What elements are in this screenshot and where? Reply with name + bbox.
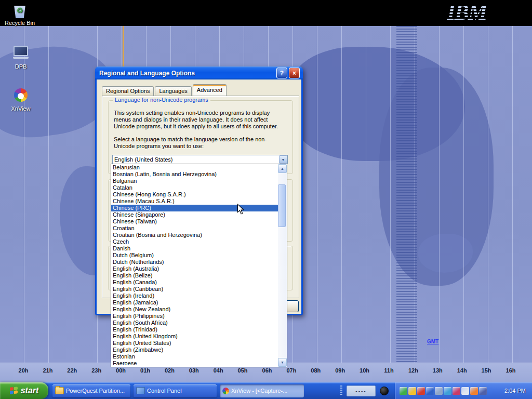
language-combobox[interactable]: English (United States) ▼ bbox=[112, 155, 288, 164]
language-list-item[interactable]: Faeroese bbox=[111, 360, 278, 367]
scroll-up-icon: ▲ bbox=[281, 167, 284, 170]
tray-icon-2[interactable] bbox=[408, 387, 416, 395]
hour-label: 21h bbox=[40, 367, 56, 374]
language-list-item[interactable]: Chinese (Macau S.A.R.) bbox=[111, 198, 278, 205]
hour-label: 13h bbox=[430, 367, 445, 374]
hour-label: 22h bbox=[64, 367, 80, 374]
scroll-up-button[interactable]: ▲ bbox=[278, 164, 287, 173]
mouse-cursor bbox=[237, 204, 244, 217]
tab-strip: Regional OptionsLanguagesAdvanced bbox=[102, 85, 228, 96]
language-list-item[interactable]: Danish bbox=[111, 245, 278, 252]
hour-label: 10h bbox=[357, 367, 373, 374]
hour-label: 07h bbox=[284, 367, 299, 374]
tray-icon-6[interactable] bbox=[444, 387, 451, 395]
language-list-item[interactable]: Croatian (Bosnia and Herzegovina) bbox=[111, 232, 278, 238]
scrollbar-track[interactable] bbox=[278, 173, 287, 358]
scroll-down-icon: ▼ bbox=[281, 361, 284, 364]
tray-icon-1[interactable] bbox=[400, 387, 407, 395]
tray-icon-3[interactable] bbox=[417, 387, 425, 395]
language-list-item[interactable]: Dutch (Belgium) bbox=[111, 252, 278, 259]
tab-advanced[interactable]: Advanced bbox=[193, 84, 227, 96]
gmt-label: GMT bbox=[427, 339, 438, 344]
language-list-item[interactable]: English (South Africa) bbox=[111, 320, 278, 326]
group-caption: Language for non-Unicode programs bbox=[113, 97, 210, 103]
windows-flag-icon bbox=[10, 387, 18, 395]
language-list: BelarusianBosnian (Latin, Bosnia and Her… bbox=[111, 164, 278, 367]
language-list-item[interactable]: Chinese (PRC) bbox=[111, 205, 278, 211]
start-label: start bbox=[21, 386, 39, 395]
tray-icon-7[interactable] bbox=[453, 387, 460, 395]
language-list-item[interactable]: English (United Kingdom) bbox=[111, 333, 278, 340]
language-list-item[interactable]: Chinese (Singapore) bbox=[111, 211, 278, 218]
time-marker-line bbox=[123, 26, 124, 68]
tab-regional-options[interactable]: Regional Options bbox=[102, 86, 154, 96]
scroll-down-button[interactable]: ▼ bbox=[278, 358, 287, 367]
taskbar-button-powerquest-partition[interactable]: PowerQuest Partition... bbox=[52, 384, 130, 397]
language-list-item[interactable]: English (Caribbean) bbox=[111, 286, 278, 292]
language-dropdown-list[interactable]: BelarusianBosnian (Latin, Bosnia and Her… bbox=[111, 164, 287, 367]
tab-languages[interactable]: Languages bbox=[155, 86, 191, 96]
icon-label: Recycle Bin bbox=[3, 20, 36, 26]
tray-icon-5[interactable] bbox=[435, 387, 443, 395]
language-list-item[interactable]: English (United States) bbox=[111, 340, 278, 347]
hour-label: 15h bbox=[478, 367, 494, 374]
desktop-icon-dpb[interactable]: DPB bbox=[4, 45, 37, 70]
language-list-item[interactable]: English (Jamaica) bbox=[111, 299, 278, 306]
language-list-item[interactable]: Croatian bbox=[111, 225, 278, 232]
xnview-icon bbox=[222, 388, 229, 394]
language-list-item[interactable]: Estonian bbox=[111, 353, 278, 360]
tray-icon-area bbox=[400, 387, 488, 395]
language-list-item[interactable]: Bulgarian bbox=[111, 178, 278, 184]
language-list-item[interactable]: English (Trinidad) bbox=[111, 326, 278, 333]
language-list-item[interactable]: English (Philippines) bbox=[111, 313, 278, 320]
regional-language-options-dialog: Regional and Language Options ? × Region… bbox=[95, 66, 303, 315]
hour-label: 04h bbox=[210, 367, 226, 374]
icon-label: DPB bbox=[4, 63, 37, 70]
toolbar-drag-handle[interactable] bbox=[340, 385, 342, 396]
dialog-title: Regional and Language Options bbox=[98, 70, 275, 77]
collapsed-toolbar[interactable]: ---- bbox=[347, 385, 376, 396]
language-non-unicode-group: Language for non-Unicode programs This s… bbox=[108, 100, 293, 174]
dateline-hatch-band bbox=[396, 26, 417, 363]
hour-label: 05h bbox=[235, 367, 250, 374]
toolbar-dark-icon[interactable] bbox=[380, 387, 389, 395]
help-button[interactable]: ? bbox=[276, 68, 287, 78]
start-button[interactable]: start bbox=[0, 382, 48, 399]
close-button[interactable]: × bbox=[289, 68, 300, 78]
tray-icon-4[interactable] bbox=[426, 387, 434, 395]
dropdown-scrollbar[interactable]: ▲ ▼ bbox=[278, 164, 287, 367]
hour-label: 00h bbox=[113, 367, 129, 374]
taskbar-button-control-panel[interactable]: Control Panel bbox=[134, 384, 217, 397]
combobox-dropdown-button[interactable]: ▼ bbox=[279, 155, 287, 164]
language-list-item[interactable]: Chinese (Taiwan) bbox=[111, 218, 278, 225]
language-list-item[interactable]: Czech bbox=[111, 238, 278, 245]
scrollbar-thumb[interactable] bbox=[278, 184, 286, 227]
language-list-item[interactable]: English (Australia) bbox=[111, 265, 278, 272]
xnview-icon bbox=[14, 88, 28, 102]
language-list-item[interactable]: English (Canada) bbox=[111, 279, 278, 286]
laptop-icon bbox=[13, 46, 29, 62]
hour-label: 08h bbox=[308, 367, 324, 374]
tray-icon-8[interactable] bbox=[461, 387, 469, 395]
taskbar-button-label: Control Panel bbox=[147, 388, 182, 394]
language-list-item[interactable]: Chinese (Hong Kong S.A.R.) bbox=[111, 191, 278, 198]
taskbar-button-xnview-capture[interactable]: XnView - [<Capture-... bbox=[220, 384, 304, 397]
language-list-item[interactable]: English (Belize) bbox=[111, 272, 278, 279]
language-list-item[interactable]: Dutch (Netherlands) bbox=[111, 259, 278, 265]
desktop-icon-recycle-bin[interactable]: Recycle Bin bbox=[3, 3, 36, 26]
language-list-item[interactable]: Belarusian bbox=[111, 164, 278, 171]
hour-label: 23h bbox=[89, 367, 104, 374]
hour-label: 20h bbox=[16, 367, 31, 374]
language-list-item[interactable]: Catalan bbox=[111, 184, 278, 191]
language-list-item[interactable]: English (Zimbabwe) bbox=[111, 347, 278, 353]
tray-icon-9[interactable] bbox=[470, 387, 478, 395]
control-panel-icon bbox=[136, 387, 145, 394]
language-list-item[interactable]: English (New Zealand) bbox=[111, 306, 278, 313]
language-list-item[interactable]: Bosnian (Latin, Bosnia and Herzegovina) bbox=[111, 171, 278, 178]
hour-label: 03h bbox=[186, 367, 202, 374]
dialog-titlebar[interactable]: Regional and Language Options ? × bbox=[95, 66, 303, 79]
group-description: This system setting enables non-Unicode … bbox=[114, 110, 287, 130]
tray-icon-10[interactable] bbox=[479, 387, 487, 395]
desktop-icon-xnview[interactable]: XnView bbox=[4, 87, 37, 112]
language-list-item[interactable]: English (Ireland) bbox=[111, 292, 278, 299]
